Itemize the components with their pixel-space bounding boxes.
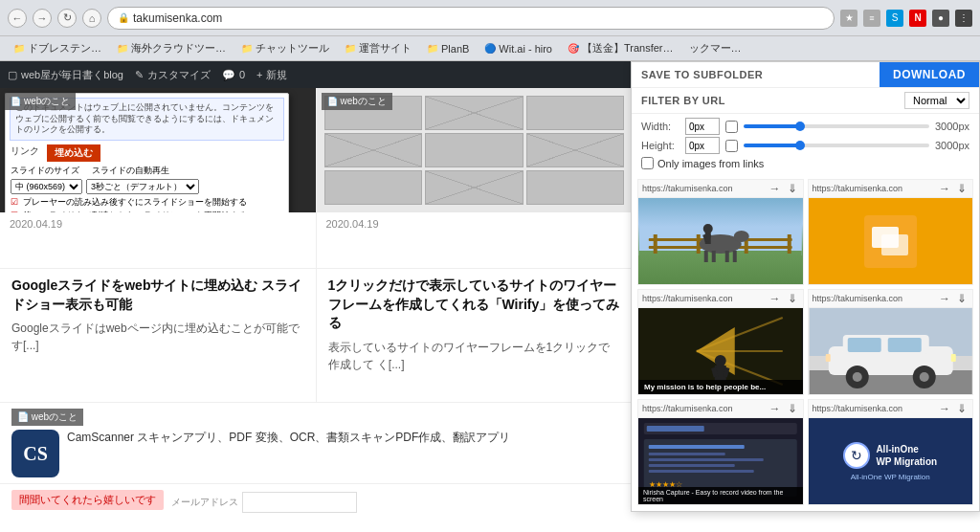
email-label-text: メールアドレス: [171, 496, 238, 509]
url-bar-5: https://takumisenka.con → ⇓: [638, 400, 803, 418]
home-button[interactable]: ⌂: [82, 9, 101, 28]
screen-bottom-bar: Nirisha Capture - Easy to record video f…: [638, 487, 803, 504]
chrome-icons: ★ ≡ S N ● ⋮: [840, 10, 972, 27]
email-input[interactable]: [242, 492, 357, 513]
folder-icon-3: 📁: [241, 43, 253, 54]
arrow-btn-1[interactable]: →: [768, 182, 783, 195]
image-grid: https://takumisenka.con → ⇓: [632, 173, 979, 511]
download-panel: SAVE TO SUBFOLDER DOWNLOAD FILTER BY URL…: [631, 61, 980, 512]
video-text: My mission is to help people be...: [644, 383, 797, 391]
size-select[interactable]: 中 (960x569): [11, 179, 82, 194]
download-btn-5[interactable]: ⇓: [786, 402, 799, 415]
horse-svg: [638, 198, 803, 284]
height-checkbox[interactable]: [725, 140, 738, 152]
arrow-btn-4[interactable]: →: [937, 292, 952, 305]
bookmark-2[interactable]: 📁 海外クラウドツー…: [111, 39, 232, 57]
post-thumb-2: 📄 webのこと: [317, 88, 633, 212]
admin-bar: ▢ web屋が毎日書くblog ✎ カスタマイズ 💬 0 + 新規: [0, 61, 632, 88]
web-badge: 📄 webのこと: [11, 409, 83, 426]
camscanner-area: 📄 webのこと CS CamScanner スキャンアプリ、PDF 変換、OC…: [0, 403, 632, 484]
height-slider[interactable]: [744, 144, 929, 147]
speed-select[interactable]: 3秒ごと（デフォルト）: [86, 179, 199, 194]
post-text-1: Googleスライドをwebサイトに埋め込む スライドショー表示も可能 Goog…: [0, 269, 317, 402]
aio-circle-icon: ↻: [843, 442, 870, 469]
svg-point-26: [715, 355, 726, 366]
reload-button[interactable]: ↻: [57, 9, 77, 28]
bookmark-4[interactable]: 📁 運営サイト: [339, 39, 417, 57]
more-icon[interactable]: ⋮: [955, 10, 972, 27]
checkbox-1[interactable]: ☑: [11, 197, 18, 207]
address-bar[interactable]: 🔒 takumisenka.com: [107, 7, 835, 30]
arrow-btn-3[interactable]: →: [768, 292, 783, 305]
site-logo[interactable]: ▢ web屋が毎日書くblog: [8, 68, 123, 82]
bookmark-wit[interactable]: 🔵 Wit.ai - hiro: [479, 41, 558, 56]
panel-filter-select[interactable]: Normal All Custom: [904, 92, 969, 109]
ext-icon[interactable]: ●: [932, 10, 949, 27]
post-date-2: 2020.04.19: [326, 218, 623, 230]
aio-subtitle: All-inOne WP Migration: [851, 473, 930, 481]
svg-rect-35: [847, 338, 880, 352]
forward-button[interactable]: →: [33, 9, 52, 28]
folder-icon: 📁: [13, 43, 25, 54]
download-btn-1[interactable]: ⇓: [786, 182, 799, 195]
screen-capture-thumb: ★★★★☆ Nirisha Capture - Easy to record v…: [638, 418, 803, 504]
post-text-2: 1クリックだけで表示しているサイトのワイヤーフレームを作成してくれる「Wirif…: [317, 269, 633, 402]
arrow-btn-5[interactable]: →: [768, 402, 783, 415]
screen-caption: Nirisha Capture - Easy to record video f…: [643, 489, 798, 502]
new-post-link[interactable]: + 新規: [256, 68, 286, 82]
download-btn-6[interactable]: ⇓: [955, 402, 969, 415]
arrow-btn-2[interactable]: →: [937, 182, 952, 195]
panel-download-button[interactable]: DOWNLOAD: [880, 62, 979, 87]
url-text-3: https://takumisenka.con: [642, 294, 765, 303]
width-row: Width: 3000px: [641, 118, 969, 135]
bookmark-3[interactable]: 📁 チャットツール: [235, 39, 335, 57]
post-title-2: 1クリックだけで表示しているサイトのワイヤーフレームを作成してくれる「Wirif…: [328, 277, 621, 333]
url-text-5: https://takumisenka.con: [642, 404, 765, 413]
svg-point-38: [852, 372, 861, 382]
bookmark-transfer[interactable]: 🎯 【送金】Transfer…: [562, 39, 679, 57]
width-slider-thumb: [795, 122, 805, 131]
width-max: 3000px: [935, 121, 969, 132]
customize-link[interactable]: ✎ カスタマイズ: [135, 68, 211, 82]
car-svg: [809, 308, 973, 394]
download-btn-2[interactable]: ⇓: [955, 182, 969, 195]
skype-icon[interactable]: S: [886, 10, 903, 27]
wf-cell-x2: [324, 133, 423, 167]
aio-thumb: ↻ All-inOne WP Migration All-inOne WP Mi…: [809, 418, 973, 504]
bookmark-1[interactable]: 📁 ドブレステン…: [8, 39, 107, 57]
svg-rect-49: [649, 458, 764, 461]
back-button[interactable]: ←: [8, 9, 27, 28]
bookmark-5[interactable]: 📁 PlanB: [421, 41, 475, 56]
size-selects[interactable]: 中 (960x569) 3秒ごと（デフォルト）: [6, 179, 288, 194]
slides-icon-thumb: [809, 198, 973, 284]
image-item-4: https://takumisenka.con → ⇓: [808, 289, 974, 395]
menu-icon1[interactable]: ≡: [863, 10, 880, 27]
svg-rect-51: [649, 470, 754, 473]
page-content: ▢ web屋が毎日書くblog ✎ カスタマイズ 💬 0 + 新規 このドキュメ…: [0, 61, 980, 532]
check-row-1: ☑ プレーヤーの読み込み後すぐにスライドショーを開始する: [6, 196, 288, 209]
bookmarks-bar: 📁 ドブレステン… 📁 海外クラウドツー… 📁 チャットツール 📁 運営サイト …: [0, 36, 980, 61]
check-row-2: ☑ 後のスライドまで到達したらスライドショーを再開始する: [6, 210, 288, 212]
n-icon[interactable]: N: [909, 10, 926, 27]
checkbox-2[interactable]: ☑: [11, 211, 18, 212]
download-btn-4[interactable]: ⇓: [955, 292, 969, 305]
height-input[interactable]: [685, 137, 720, 154]
download-btn-3[interactable]: ⇓: [786, 292, 799, 305]
only-links-checkbox[interactable]: [641, 157, 654, 169]
video-bottom-bar: My mission is to help people be...: [638, 380, 803, 394]
bookmark-last[interactable]: ックマー…: [683, 39, 747, 57]
panel-header: SAVE TO SUBFOLDER DOWNLOAD: [632, 62, 979, 87]
arrow-btn-6[interactable]: →: [937, 402, 952, 415]
comments-link[interactable]: 💬 0: [222, 69, 245, 81]
embed-button[interactable]: 埋め込む: [47, 144, 100, 162]
url-bar-1: https://takumisenka.con → ⇓: [638, 180, 803, 198]
link-tab[interactable]: リンク: [11, 144, 39, 162]
width-input[interactable]: [685, 118, 720, 135]
width-checkbox[interactable]: [725, 121, 738, 133]
post-meta-1: 2020.04.19: [0, 212, 316, 239]
url-text: takumisenka.com: [133, 11, 222, 25]
star-icon[interactable]: ★: [840, 10, 858, 27]
panel-filter-row: FILTER BY URL Normal All Custom: [632, 87, 979, 114]
width-slider[interactable]: [744, 124, 929, 128]
image-item-2: https://takumisenka.con → ⇓: [808, 179, 974, 285]
